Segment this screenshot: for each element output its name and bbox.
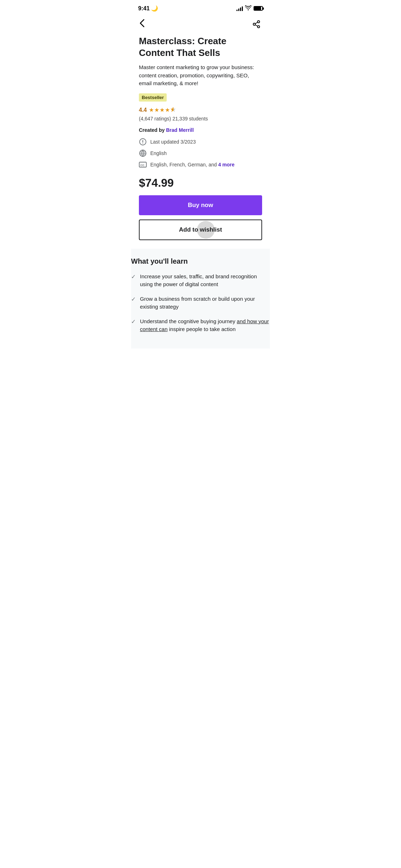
instructor-link[interactable]: Brad Merrill <box>166 127 194 133</box>
signal-bar-2 <box>238 9 239 11</box>
signal-bars-icon <box>236 6 243 11</box>
star-1: ★ <box>149 107 154 113</box>
main-content: Masterclass: Create Content That Sells M… <box>131 35 270 240</box>
moon-icon: 🌙 <box>151 5 158 11</box>
subtitles-more-link[interactable]: 4 more <box>218 162 235 167</box>
meta-language: English <box>139 149 262 157</box>
subtitles-label: English, French, German, and <box>150 162 217 167</box>
star-4: ★ <box>165 107 170 113</box>
rating-row: 4.4 ★ ★ ★ ★ <box>139 107 262 114</box>
wifi-icon <box>245 5 251 11</box>
subtitles-text: English, French, German, and 4 more <box>150 162 235 167</box>
svg-point-2 <box>142 143 143 144</box>
meta-subtitles: CC English, French, German, and 4 more <box>139 161 262 169</box>
course-title: Masterclass: Create Content That Sells <box>139 35 262 58</box>
signal-bar-1 <box>236 10 238 11</box>
bestseller-badge: Bestseller <box>139 93 167 102</box>
created-by-label: Created by <box>139 127 165 133</box>
nav-bar <box>131 15 270 35</box>
cc-icon: CC <box>139 161 147 169</box>
checkmark-3: ✓ <box>131 318 136 325</box>
checkmark-2: ✓ <box>131 296 136 303</box>
checkmark-1: ✓ <box>131 273 136 280</box>
stars: ★ ★ ★ ★ <box>149 107 176 114</box>
star-2: ★ <box>154 107 159 113</box>
learn-item-text-3: Understand the cognitive buying journey … <box>140 317 270 334</box>
share-icon <box>252 20 261 29</box>
ripple-effect <box>197 221 215 239</box>
learn-item-text-2: Grow a business from scratch or build up… <box>140 295 270 311</box>
last-updated-text: Last updated 3/2023 <box>150 139 196 145</box>
status-bar: 9:41 🌙 <box>131 0 270 15</box>
share-button[interactable] <box>250 18 263 31</box>
buy-now-button[interactable]: Buy now <box>139 195 262 215</box>
meta-list: Last updated 3/2023 English CC <box>139 138 262 169</box>
learn-list: ✓ Increase your sales, traffic, and bran… <box>131 273 270 334</box>
course-price: $74.99 <box>139 176 262 190</box>
learn-section-title: What you'll learn <box>131 257 270 265</box>
battery-icon <box>254 6 263 11</box>
created-by: Created by Brad Merrill <box>139 127 262 133</box>
rating-number: 4.4 <box>139 107 147 113</box>
svg-text:CC: CC <box>140 164 145 167</box>
ratings-count: (4,647 ratings) 21,339 students <box>139 116 262 122</box>
course-description: Master content marketing to grow your bu… <box>139 63 262 88</box>
signal-bar-3 <box>240 7 241 11</box>
alert-icon <box>139 138 147 146</box>
star-3: ★ <box>160 107 165 113</box>
status-icons <box>236 5 263 11</box>
time-text: 9:41 <box>138 5 150 11</box>
battery-fill <box>254 7 261 10</box>
learn-item-3: ✓ Understand the cognitive buying journe… <box>131 317 270 334</box>
signal-bar-4 <box>242 6 243 11</box>
learn-section: What you'll learn ✓ Increase your sales,… <box>131 249 270 348</box>
star-5-half <box>170 107 176 114</box>
learn-item-1: ✓ Increase your sales, traffic, and bran… <box>131 273 270 289</box>
add-to-wishlist-button[interactable]: Add to wishlist <box>139 219 262 240</box>
svg-marker-0 <box>171 107 176 112</box>
language-text: English <box>150 150 167 156</box>
globe-icon <box>139 149 147 157</box>
meta-last-updated: Last updated 3/2023 <box>139 138 262 146</box>
learn-item-text-1: Increase your sales, traffic, and brand … <box>140 273 270 289</box>
learn-item-2: ✓ Grow a business from scratch or build … <box>131 295 270 311</box>
status-time: 9:41 🌙 <box>138 5 158 12</box>
back-button[interactable] <box>138 17 146 31</box>
